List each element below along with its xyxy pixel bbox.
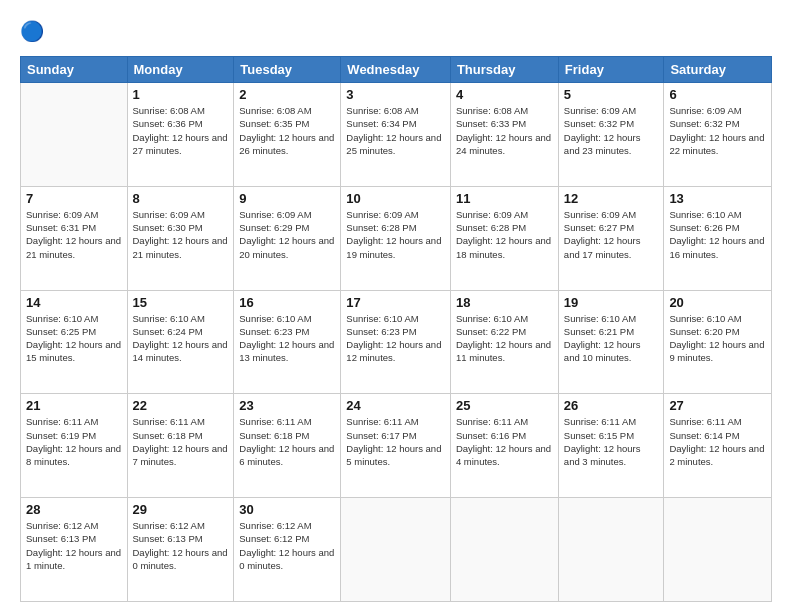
day-info: Sunrise: 6:10 AMSunset: 6:22 PMDaylight:… bbox=[456, 312, 553, 365]
calendar-week-3: 21Sunrise: 6:11 AMSunset: 6:19 PMDayligh… bbox=[21, 394, 772, 498]
day-number: 14 bbox=[26, 295, 122, 310]
calendar-cell: 13Sunrise: 6:10 AMSunset: 6:26 PMDayligh… bbox=[664, 186, 772, 290]
day-number: 4 bbox=[456, 87, 553, 102]
day-info: Sunrise: 6:10 AMSunset: 6:23 PMDaylight:… bbox=[346, 312, 445, 365]
day-number: 12 bbox=[564, 191, 659, 206]
day-number: 13 bbox=[669, 191, 766, 206]
calendar-cell: 25Sunrise: 6:11 AMSunset: 6:16 PMDayligh… bbox=[450, 394, 558, 498]
calendar-cell: 27Sunrise: 6:11 AMSunset: 6:14 PMDayligh… bbox=[664, 394, 772, 498]
calendar-cell bbox=[341, 498, 451, 602]
calendar-cell bbox=[450, 498, 558, 602]
day-number: 24 bbox=[346, 398, 445, 413]
calendar-cell: 18Sunrise: 6:10 AMSunset: 6:22 PMDayligh… bbox=[450, 290, 558, 394]
day-number: 8 bbox=[133, 191, 229, 206]
calendar-cell: 15Sunrise: 6:10 AMSunset: 6:24 PMDayligh… bbox=[127, 290, 234, 394]
day-info: Sunrise: 6:11 AMSunset: 6:16 PMDaylight:… bbox=[456, 415, 553, 468]
day-number: 9 bbox=[239, 191, 335, 206]
day-info: Sunrise: 6:10 AMSunset: 6:24 PMDaylight:… bbox=[133, 312, 229, 365]
weekday-header-tuesday: Tuesday bbox=[234, 57, 341, 83]
calendar-cell: 29Sunrise: 6:12 AMSunset: 6:13 PMDayligh… bbox=[127, 498, 234, 602]
calendar-cell: 9Sunrise: 6:09 AMSunset: 6:29 PMDaylight… bbox=[234, 186, 341, 290]
weekday-header-monday: Monday bbox=[127, 57, 234, 83]
day-info: Sunrise: 6:11 AMSunset: 6:15 PMDaylight:… bbox=[564, 415, 659, 468]
calendar-cell bbox=[21, 83, 128, 187]
day-number: 18 bbox=[456, 295, 553, 310]
day-number: 15 bbox=[133, 295, 229, 310]
day-number: 6 bbox=[669, 87, 766, 102]
day-info: Sunrise: 6:10 AMSunset: 6:21 PMDaylight:… bbox=[564, 312, 659, 365]
day-info: Sunrise: 6:09 AMSunset: 6:29 PMDaylight:… bbox=[239, 208, 335, 261]
calendar-cell: 14Sunrise: 6:10 AMSunset: 6:25 PMDayligh… bbox=[21, 290, 128, 394]
day-number: 7 bbox=[26, 191, 122, 206]
weekday-header-friday: Friday bbox=[558, 57, 664, 83]
day-info: Sunrise: 6:09 AMSunset: 6:28 PMDaylight:… bbox=[456, 208, 553, 261]
calendar-week-0: 1Sunrise: 6:08 AMSunset: 6:36 PMDaylight… bbox=[21, 83, 772, 187]
day-number: 26 bbox=[564, 398, 659, 413]
calendar-week-1: 7Sunrise: 6:09 AMSunset: 6:31 PMDaylight… bbox=[21, 186, 772, 290]
calendar-week-4: 28Sunrise: 6:12 AMSunset: 6:13 PMDayligh… bbox=[21, 498, 772, 602]
calendar-cell: 3Sunrise: 6:08 AMSunset: 6:34 PMDaylight… bbox=[341, 83, 451, 187]
day-info: Sunrise: 6:11 AMSunset: 6:14 PMDaylight:… bbox=[669, 415, 766, 468]
svg-text:🔵: 🔵 bbox=[20, 19, 45, 43]
day-info: Sunrise: 6:09 AMSunset: 6:32 PMDaylight:… bbox=[669, 104, 766, 157]
logo: 🔵 bbox=[20, 18, 52, 46]
day-info: Sunrise: 6:11 AMSunset: 6:19 PMDaylight:… bbox=[26, 415, 122, 468]
calendar-cell: 16Sunrise: 6:10 AMSunset: 6:23 PMDayligh… bbox=[234, 290, 341, 394]
calendar-cell: 19Sunrise: 6:10 AMSunset: 6:21 PMDayligh… bbox=[558, 290, 664, 394]
day-info: Sunrise: 6:09 AMSunset: 6:30 PMDaylight:… bbox=[133, 208, 229, 261]
calendar-cell: 4Sunrise: 6:08 AMSunset: 6:33 PMDaylight… bbox=[450, 83, 558, 187]
day-info: Sunrise: 6:09 AMSunset: 6:32 PMDaylight:… bbox=[564, 104, 659, 157]
calendar-cell: 5Sunrise: 6:09 AMSunset: 6:32 PMDaylight… bbox=[558, 83, 664, 187]
calendar-cell: 24Sunrise: 6:11 AMSunset: 6:17 PMDayligh… bbox=[341, 394, 451, 498]
day-number: 5 bbox=[564, 87, 659, 102]
day-info: Sunrise: 6:11 AMSunset: 6:17 PMDaylight:… bbox=[346, 415, 445, 468]
logo-icon: 🔵 bbox=[20, 18, 48, 46]
day-info: Sunrise: 6:11 AMSunset: 6:18 PMDaylight:… bbox=[239, 415, 335, 468]
day-number: 19 bbox=[564, 295, 659, 310]
calendar-cell: 30Sunrise: 6:12 AMSunset: 6:12 PMDayligh… bbox=[234, 498, 341, 602]
day-number: 29 bbox=[133, 502, 229, 517]
weekday-header-sunday: Sunday bbox=[21, 57, 128, 83]
day-number: 11 bbox=[456, 191, 553, 206]
day-number: 30 bbox=[239, 502, 335, 517]
day-info: Sunrise: 6:10 AMSunset: 6:23 PMDaylight:… bbox=[239, 312, 335, 365]
day-info: Sunrise: 6:11 AMSunset: 6:18 PMDaylight:… bbox=[133, 415, 229, 468]
calendar-cell: 26Sunrise: 6:11 AMSunset: 6:15 PMDayligh… bbox=[558, 394, 664, 498]
calendar-cell: 6Sunrise: 6:09 AMSunset: 6:32 PMDaylight… bbox=[664, 83, 772, 187]
day-info: Sunrise: 6:09 AMSunset: 6:28 PMDaylight:… bbox=[346, 208, 445, 261]
calendar-cell: 22Sunrise: 6:11 AMSunset: 6:18 PMDayligh… bbox=[127, 394, 234, 498]
day-number: 22 bbox=[133, 398, 229, 413]
day-number: 20 bbox=[669, 295, 766, 310]
calendar-cell: 28Sunrise: 6:12 AMSunset: 6:13 PMDayligh… bbox=[21, 498, 128, 602]
day-info: Sunrise: 6:08 AMSunset: 6:34 PMDaylight:… bbox=[346, 104, 445, 157]
day-number: 27 bbox=[669, 398, 766, 413]
calendar-cell bbox=[664, 498, 772, 602]
calendar-cell: 12Sunrise: 6:09 AMSunset: 6:27 PMDayligh… bbox=[558, 186, 664, 290]
calendar-cell: 17Sunrise: 6:10 AMSunset: 6:23 PMDayligh… bbox=[341, 290, 451, 394]
day-info: Sunrise: 6:09 AMSunset: 6:27 PMDaylight:… bbox=[564, 208, 659, 261]
day-info: Sunrise: 6:08 AMSunset: 6:35 PMDaylight:… bbox=[239, 104, 335, 157]
day-number: 17 bbox=[346, 295, 445, 310]
day-number: 1 bbox=[133, 87, 229, 102]
calendar-cell: 23Sunrise: 6:11 AMSunset: 6:18 PMDayligh… bbox=[234, 394, 341, 498]
header: 🔵 bbox=[20, 18, 772, 46]
calendar-cell: 8Sunrise: 6:09 AMSunset: 6:30 PMDaylight… bbox=[127, 186, 234, 290]
day-info: Sunrise: 6:12 AMSunset: 6:13 PMDaylight:… bbox=[133, 519, 229, 572]
day-number: 2 bbox=[239, 87, 335, 102]
day-number: 3 bbox=[346, 87, 445, 102]
calendar-cell: 20Sunrise: 6:10 AMSunset: 6:20 PMDayligh… bbox=[664, 290, 772, 394]
day-info: Sunrise: 6:10 AMSunset: 6:25 PMDaylight:… bbox=[26, 312, 122, 365]
calendar-cell: 1Sunrise: 6:08 AMSunset: 6:36 PMDaylight… bbox=[127, 83, 234, 187]
weekday-header-thursday: Thursday bbox=[450, 57, 558, 83]
day-number: 21 bbox=[26, 398, 122, 413]
calendar-cell: 10Sunrise: 6:09 AMSunset: 6:28 PMDayligh… bbox=[341, 186, 451, 290]
day-info: Sunrise: 6:12 AMSunset: 6:12 PMDaylight:… bbox=[239, 519, 335, 572]
calendar-cell: 7Sunrise: 6:09 AMSunset: 6:31 PMDaylight… bbox=[21, 186, 128, 290]
calendar-cell: 11Sunrise: 6:09 AMSunset: 6:28 PMDayligh… bbox=[450, 186, 558, 290]
day-info: Sunrise: 6:10 AMSunset: 6:26 PMDaylight:… bbox=[669, 208, 766, 261]
day-info: Sunrise: 6:09 AMSunset: 6:31 PMDaylight:… bbox=[26, 208, 122, 261]
calendar-week-2: 14Sunrise: 6:10 AMSunset: 6:25 PMDayligh… bbox=[21, 290, 772, 394]
day-number: 25 bbox=[456, 398, 553, 413]
calendar-cell bbox=[558, 498, 664, 602]
day-info: Sunrise: 6:08 AMSunset: 6:36 PMDaylight:… bbox=[133, 104, 229, 157]
